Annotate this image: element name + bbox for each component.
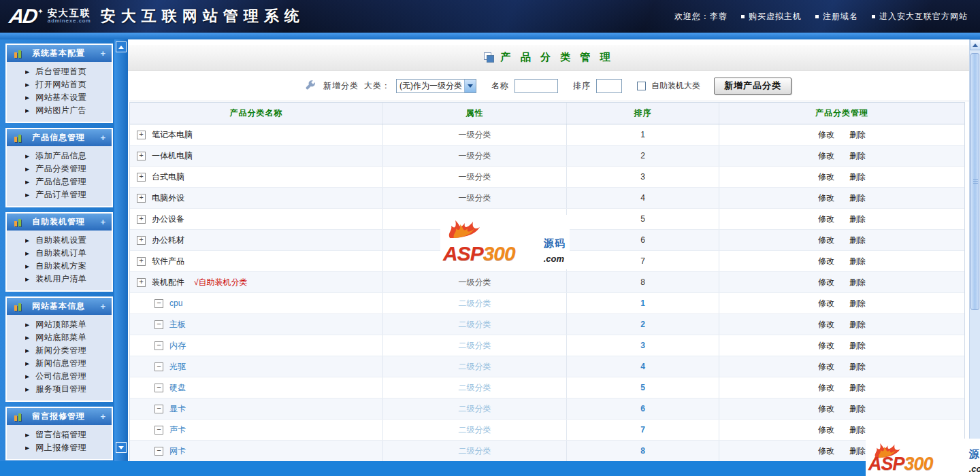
sidebar-scroll-down-button[interactable]	[116, 442, 127, 453]
category-name[interactable]: 声卡	[169, 424, 186, 436]
category-name[interactable]: cpu	[169, 299, 182, 308]
sidebar-item[interactable]: ▶留言信箱管理	[7, 428, 112, 441]
sidebar-item[interactable]: ▶自助装机设置	[7, 234, 112, 247]
sidebar-section-header[interactable]: 产品信息管理+	[7, 129, 112, 146]
delete-link[interactable]: 删除	[849, 235, 866, 246]
sidebar-section-header[interactable]: 留言报修管理+	[7, 408, 112, 425]
sidebar-item[interactable]: ▶网站顶部菜单	[7, 318, 112, 331]
category-name[interactable]: 一体机电脑	[152, 150, 193, 162]
sidebar-section-header[interactable]: 网站基本信息+	[7, 298, 112, 315]
header-link[interactable]: 注册域名	[815, 11, 858, 22]
sidebar-item[interactable]: ▶网站图片广告	[7, 104, 112, 117]
modify-link[interactable]: 修改	[818, 403, 834, 415]
sort-input[interactable]	[596, 79, 622, 93]
delete-link[interactable]: 删除	[849, 361, 866, 373]
sidebar-item[interactable]: ▶产品分类管理	[7, 163, 112, 175]
delete-link[interactable]: 删除	[849, 340, 866, 352]
modify-link[interactable]: 修改	[818, 382, 834, 394]
expand-plus-icon[interactable]: +	[100, 301, 105, 311]
sidebar-item[interactable]: ▶服务项目管理	[7, 383, 112, 396]
sidebar-item[interactable]: ▶新闻分类管理	[7, 344, 112, 357]
sidebar-item[interactable]: ▶自助装机订单	[7, 247, 112, 260]
scrollbar-thumb[interactable]	[970, 53, 979, 310]
category-name[interactable]: 内存	[169, 340, 186, 352]
expand-icon[interactable]: +	[137, 194, 146, 203]
sidebar-item[interactable]: ▶产品订单管理	[7, 188, 112, 201]
category-name[interactable]: 硬盘	[169, 382, 186, 394]
modify-link[interactable]: 修改	[818, 214, 834, 225]
category-name[interactable]: 办公设备	[152, 214, 184, 225]
category-name[interactable]: 软件产品	[152, 256, 184, 267]
select-dropdown-icon[interactable]	[464, 80, 476, 92]
collapse-icon[interactable]: −	[154, 384, 163, 392]
sidebar-item[interactable]: ▶产品信息管理	[7, 175, 112, 188]
header-link[interactable]: 购买虚拟主机	[741, 11, 802, 22]
parent-category-select[interactable]: (无)作为一级分类	[396, 79, 476, 93]
modify-link[interactable]: 修改	[818, 340, 834, 352]
category-name[interactable]: 笔记本电脑	[152, 129, 193, 141]
self-assembly-checkbox[interactable]	[637, 82, 646, 90]
sidebar-item[interactable]: ▶后台管理首页	[7, 65, 112, 78]
collapse-icon[interactable]: −	[154, 405, 163, 413]
collapse-icon[interactable]: −	[154, 447, 163, 456]
category-name[interactable]: 显卡	[169, 403, 186, 415]
sidebar-item[interactable]: ▶网站基本设置	[7, 91, 112, 104]
expand-icon[interactable]: +	[137, 215, 146, 224]
sidebar-item[interactable]: ▶网站底部菜单	[7, 331, 112, 344]
modify-link[interactable]: 修改	[818, 235, 834, 246]
expand-plus-icon[interactable]: +	[100, 48, 105, 58]
modify-link[interactable]: 修改	[818, 424, 834, 436]
modify-link[interactable]: 修改	[818, 277, 834, 288]
expand-icon[interactable]: +	[137, 236, 146, 245]
collapse-icon[interactable]: −	[154, 341, 163, 350]
expand-icon[interactable]: +	[137, 173, 146, 182]
category-name[interactable]: 网卡	[169, 445, 186, 457]
expand-icon[interactable]: +	[137, 257, 146, 266]
sidebar-item[interactable]: ▶装机用户清单	[7, 273, 112, 286]
add-product-category-button[interactable]: 新增产品分类	[714, 78, 791, 95]
sidebar-section-header[interactable]: 自助装机管理+	[7, 214, 112, 231]
collapse-icon[interactable]: −	[154, 362, 163, 371]
sidebar-item[interactable]: ▶自助装机方案	[7, 260, 112, 273]
delete-link[interactable]: 删除	[849, 277, 866, 288]
modify-link[interactable]: 修改	[818, 129, 834, 141]
category-name[interactable]: 办公耗材	[152, 235, 184, 246]
modify-link[interactable]: 修改	[818, 361, 834, 373]
delete-link[interactable]: 删除	[849, 129, 866, 141]
expand-plus-icon[interactable]: +	[100, 217, 105, 227]
sidebar-item[interactable]: ▶打开网站首页	[7, 78, 112, 91]
expand-icon[interactable]: +	[137, 131, 146, 139]
vertical-scrollbar[interactable]	[969, 39, 980, 476]
delete-link[interactable]: 删除	[849, 319, 866, 330]
delete-link[interactable]: 删除	[849, 256, 866, 267]
modify-link[interactable]: 修改	[818, 171, 834, 183]
delete-link[interactable]: 删除	[849, 298, 866, 309]
delete-link[interactable]: 删除	[849, 192, 866, 204]
category-name[interactable]: 主板	[169, 319, 186, 330]
modify-link[interactable]: 修改	[818, 256, 834, 267]
delete-link[interactable]: 删除	[849, 150, 866, 162]
category-name[interactable]: 电脑外设	[152, 192, 184, 204]
modify-link[interactable]: 修改	[818, 298, 834, 309]
modify-link[interactable]: 修改	[818, 150, 834, 162]
category-name[interactable]: 光驱	[169, 361, 186, 373]
sidebar-item[interactable]: ▶新闻信息管理	[7, 357, 112, 370]
header-link[interactable]: 进入安大互联官方网站	[872, 11, 968, 22]
sidebar-scroll-up-button[interactable]	[116, 41, 127, 52]
category-name[interactable]: 台式电脑	[152, 171, 184, 183]
collapse-icon[interactable]: −	[154, 320, 163, 329]
delete-link[interactable]: 删除	[849, 171, 866, 183]
delete-link[interactable]: 删除	[849, 403, 866, 415]
modify-link[interactable]: 修改	[818, 192, 834, 204]
category-name[interactable]: 装机配件	[152, 277, 184, 288]
sidebar-item[interactable]: ▶公司信息管理	[7, 370, 112, 383]
delete-link[interactable]: 删除	[849, 445, 866, 457]
modify-link[interactable]: 修改	[818, 445, 834, 457]
delete-link[interactable]: 删除	[849, 214, 866, 225]
name-input[interactable]	[514, 79, 558, 93]
scrollbar-up-button[interactable]	[970, 39, 980, 50]
sidebar-item[interactable]: ▶添加产品信息	[7, 150, 112, 163]
expand-icon[interactable]: +	[137, 152, 146, 160]
delete-link[interactable]: 删除	[849, 382, 866, 394]
modify-link[interactable]: 修改	[818, 319, 834, 330]
